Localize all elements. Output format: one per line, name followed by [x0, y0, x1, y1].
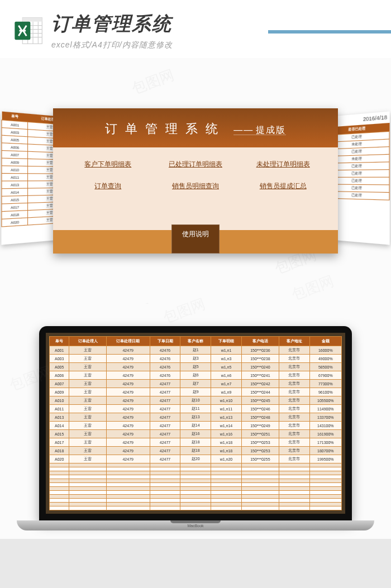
table-row: A007王雷4247942477赵7w1,n7150***0242北京市7730… [50, 380, 342, 388]
table-row: A020王雷4247942477赵20w1,n20150***0255北京市19… [50, 455, 342, 463]
card-header: 订单管理系统 提成版 [53, 108, 338, 147]
svg-rect-1 [22, 18, 42, 22]
card-title-sub: 提成版 [233, 125, 286, 135]
table-row: A015王雷4247942477赵16w1,n16150***0251北京市16… [50, 430, 342, 438]
menu-link-0[interactable]: 客户下单明细表 [84, 160, 131, 169]
table-row: A006王雷4247942476赵6w1,n6150***0241北京市6790… [50, 371, 342, 380]
laptop-screen: 单号订单处理人订单处理日期下单日期客户名称下单明细客户电话客户地址金额A001王… [39, 326, 352, 520]
card-footer: 使用说明 [53, 230, 338, 254]
banner-accent-bar [268, 30, 391, 34]
table-header: 订单处理人 [69, 337, 106, 346]
table-row-empty [50, 463, 342, 467]
order-detail-table: 单号订单处理人订单处理日期下单日期客户名称下单明细客户电话客户地址金额A001王… [49, 336, 342, 510]
table-row: A003王雷4247942476赵3w1,n3150***0238北京市4900… [50, 355, 342, 363]
table-row: A013王雷4247942477赵13w1,n13150***0248北京市13… [50, 413, 342, 422]
table-row: A011王雷4247942477赵11w1,n11150***0246北京市11… [50, 405, 342, 413]
table-header: 下单明细 [211, 337, 242, 346]
card-title-main: 订单管理系统 [105, 122, 226, 136]
laptop-brand: MacBook [17, 524, 374, 528]
table-row: A014王雷4247942477赵14w1,n14150***0249北京市14… [50, 422, 342, 430]
excel-icon [13, 15, 45, 46]
table-row-empty [50, 487, 342, 491]
table-row-empty [50, 506, 342, 510]
usage-button[interactable]: 使用说明 [171, 224, 220, 254]
table-row-empty [50, 475, 342, 479]
table-row-empty [50, 479, 342, 483]
template-banner: 订单管理系统 excel格式/A4打印/内容随意修改 [0, 0, 391, 58]
laptop-section: 包图网 包图网 包图网 单号订单处理人订单处理日期下单日期客户名称下单明细客户电… [0, 304, 391, 539]
menu-link-2[interactable]: 未处理订单明细表 [256, 160, 310, 169]
menu-link-3[interactable]: 订单查询 [94, 181, 121, 191]
banner-subtitle: excel格式/A4打印/内容随意修改 [51, 40, 378, 50]
table-row-empty [50, 503, 342, 506]
table-row: A001王雷4247942476赵1w1,n1150***0236北京市1600… [50, 346, 342, 355]
table-header: 订单处理日期 [106, 337, 150, 346]
menu-link-1[interactable]: 已处理订单明细表 [169, 160, 222, 169]
menu-link-5[interactable]: 销售员提成汇总 [260, 181, 307, 191]
table-header: 金额 [309, 337, 341, 346]
table-row-empty [50, 483, 342, 487]
table-header: 单号 [50, 337, 69, 346]
table-row: A009王雷4247942477赵9w1,n9150***0244北京市9610… [50, 388, 342, 396]
table-row: A017王雷4247942477赵18w1,n18150***0253北京市17… [50, 438, 342, 447]
table-row-empty [50, 467, 342, 471]
table-header: 客户地址 [279, 337, 309, 346]
table-row-empty [50, 499, 342, 503]
table-header: 客户名称 [180, 337, 211, 346]
table-row: A018王雷4247942477赵18w1,n18150***0253北京市18… [50, 447, 342, 455]
table-row-empty [50, 471, 342, 475]
table-row-empty [50, 491, 342, 495]
table-row-empty [50, 495, 342, 499]
table-header: 下单日期 [150, 337, 180, 346]
table-header: 客户电话 [241, 337, 279, 346]
table-row: A010王雷4247942477赵10w1,n10150***0245北京市10… [50, 396, 342, 405]
table-row: A005王雷4247942476赵5w1,n5150***0240北京市5850… [50, 363, 342, 371]
menu-link-4[interactable]: 销售员明细查询 [172, 181, 219, 191]
main-menu-card: 订单管理系统 提成版 客户下单明细表已处理订单明细表未处理订单明细表订单查询销售… [53, 108, 338, 254]
preview-stage: 包图网 包图网 包图网 包图网 包图网 单号订单处理人订单处A001王雷42A0… [0, 58, 391, 304]
